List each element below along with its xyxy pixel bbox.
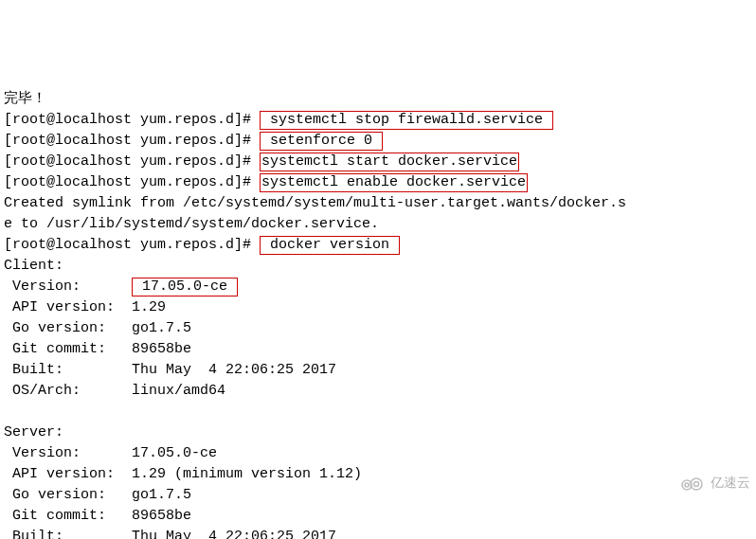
client-os-value: linux/amd64	[123, 383, 225, 399]
client-version-value: 17.05.0-ce	[132, 278, 238, 296]
server-version-label: Version:	[4, 445, 123, 461]
server-git-label: Git commit:	[4, 508, 123, 524]
client-git-value: 89658be	[123, 341, 191, 357]
cloud-icon	[678, 433, 707, 533]
prompt: [root@localhost yum.repos.d]#	[4, 112, 251, 128]
svg-point-3	[694, 482, 699, 487]
prompt: [root@localhost yum.repos.d]#	[4, 153, 251, 170]
server-api-label: API version:	[4, 466, 123, 482]
client-built-value: Thu May 4 22:06:25 2017	[123, 362, 336, 378]
client-built-label: Built:	[4, 362, 123, 378]
client-version-label: Version:	[4, 278, 123, 295]
cmd-setenforce: setenforce 0	[260, 132, 383, 151]
client-api-label: API version:	[4, 299, 123, 315]
cmd-docker-version: docker version	[260, 236, 400, 255]
symlink-output-line1: Created symlink from /etc/systemd/system…	[4, 195, 626, 211]
watermark: 亿速云	[678, 433, 750, 533]
server-git-value: 89658be	[123, 508, 191, 524]
server-api-value: 1.29 (minimum version 1.12)	[123, 466, 362, 482]
completion-text: 完毕！	[4, 90, 46, 105]
prompt: [root@localhost yum.repos.d]#	[4, 237, 251, 253]
prompt: [root@localhost yum.repos.d]#	[4, 174, 251, 190]
server-built-value: Thu May 4 22:06:25 2017	[123, 529, 336, 539]
client-go-label: Go version:	[4, 320, 123, 336]
server-go-value: go1.7.5	[123, 487, 191, 503]
svg-point-2	[685, 483, 689, 487]
svg-point-1	[691, 478, 702, 490]
cmd-enable-docker: systemctl enable docker.service	[260, 173, 528, 192]
client-section-title: Client:	[4, 258, 63, 274]
client-git-label: Git commit:	[4, 341, 123, 357]
prompt: [root@localhost yum.repos.d]#	[4, 133, 251, 149]
cmd-stop-firewalld: systemctl stop firewalld.service	[260, 111, 553, 130]
client-api-value: 1.29	[123, 299, 166, 315]
server-version-value: 17.05.0-ce	[123, 445, 217, 461]
watermark-text: 亿速云	[711, 473, 750, 494]
server-built-label: Built:	[4, 529, 123, 539]
client-go-value: go1.7.5	[123, 320, 191, 336]
server-section-title: Server:	[4, 424, 63, 440]
cmd-start-docker: systemctl start docker.service	[260, 153, 519, 171]
symlink-output-line2: e to /usr/lib/systemd/system/docker.serv…	[4, 216, 379, 232]
client-os-label: OS/Arch:	[4, 383, 123, 399]
server-go-label: Go version:	[4, 487, 123, 503]
